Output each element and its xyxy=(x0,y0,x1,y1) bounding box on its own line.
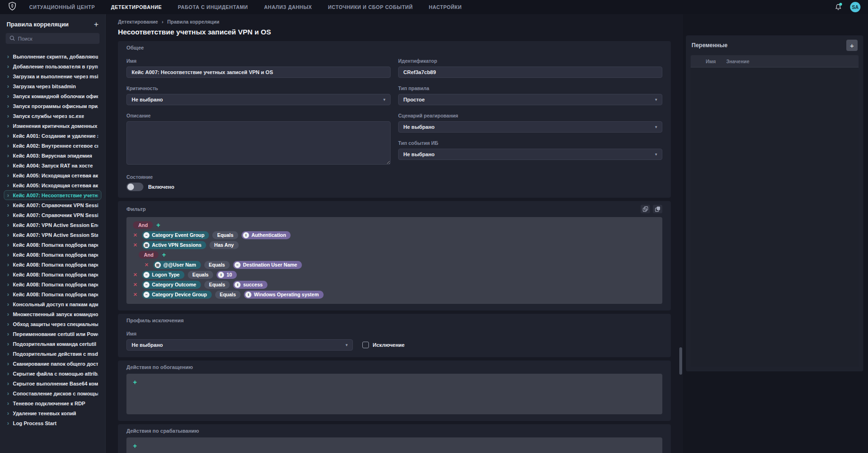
value-chip[interactable]: IAuthentication xyxy=(242,231,291,239)
rule-list-item[interactable]: › Кейс A003: Вирусная эпидемия xyxy=(4,151,101,160)
rule-list-item[interactable]: › Переименование certutil или PowerShell xyxy=(4,329,101,339)
rule-list-item[interactable]: › Запуск службы через sc.exe xyxy=(4,111,101,121)
remove-condition-icon[interactable]: ✕ xyxy=(133,292,139,298)
breadcrumb-item[interactable]: Правила корреляции xyxy=(167,19,219,25)
add-condition-icon[interactable]: + xyxy=(162,252,166,258)
field-chip[interactable]: −Category Outcome xyxy=(142,281,201,289)
rule-list-item[interactable]: › Консольный доступ к папкам администр… xyxy=(4,299,101,309)
chevron-right-icon[interactable]: › xyxy=(7,172,9,178)
rule-list-item[interactable]: › Кейс A007: VPN Active Session End xyxy=(4,220,101,230)
search-input[interactable] xyxy=(18,36,96,42)
remove-condition-icon[interactable]: ✕ xyxy=(133,232,139,238)
chevron-right-icon[interactable]: › xyxy=(7,370,9,377)
rule-list-item[interactable]: › Кейс A007: Несоответствие учетных зап… xyxy=(4,190,101,200)
rule-list-item[interactable]: › Кейс A008: Попытка подбора пароля Сц… xyxy=(4,289,101,299)
rule-list-item[interactable]: › Множественный запуск командной обол… xyxy=(4,309,101,319)
rule-list-item[interactable]: › Подозрительная команда certutil xyxy=(4,339,101,349)
breadcrumb-item[interactable]: Детектирование xyxy=(118,19,158,25)
chevron-right-icon[interactable]: › xyxy=(7,133,9,139)
state-toggle[interactable] xyxy=(126,183,143,191)
rules-search[interactable] xyxy=(6,33,100,44)
chevron-right-icon[interactable]: › xyxy=(7,271,9,277)
exclusion-profile-select[interactable]: Не выбрано ▾ xyxy=(126,339,353,351)
chevron-right-icon[interactable]: › xyxy=(7,291,9,297)
rule-list-item[interactable]: › Сопоставление дисков с помощью WebD… xyxy=(4,388,101,398)
user-avatar[interactable]: SA xyxy=(850,2,860,12)
add-enrichment-action-icon[interactable]: + xyxy=(133,378,137,386)
group-operator-pill[interactable]: And xyxy=(139,251,159,259)
rule-list-item[interactable]: › Кейс A008: Попытка подбора пароля Сц… xyxy=(4,279,101,289)
chevron-right-icon[interactable]: › xyxy=(7,380,9,386)
add-condition-icon[interactable]: + xyxy=(156,222,160,228)
add-trigger-action-icon[interactable]: + xyxy=(133,442,137,450)
rule-list-item[interactable]: › Кейс A002: Внутреннее сетевое сканиро… xyxy=(4,141,101,151)
chevron-right-icon[interactable]: › xyxy=(7,212,9,218)
field-chip[interactable]: −Category Device Group xyxy=(142,291,212,299)
chevron-right-icon[interactable]: › xyxy=(7,192,9,198)
rule-list-item[interactable]: › Подозрительные действия с msdt xyxy=(4,349,101,359)
description-textarea[interactable] xyxy=(126,121,391,165)
chevron-right-icon[interactable]: › xyxy=(7,252,9,258)
nav-item[interactable]: АНАЛИЗ ДАННЫХ xyxy=(264,4,312,10)
rule-list-item[interactable]: › Кейс A004: Запуск RAT на хосте xyxy=(4,160,101,170)
chevron-right-icon[interactable]: › xyxy=(7,202,9,208)
remove-condition-icon[interactable]: ✕ xyxy=(133,282,139,288)
chevron-right-icon[interactable]: › xyxy=(7,321,9,327)
chevron-right-icon[interactable]: › xyxy=(7,143,9,149)
chevron-right-icon[interactable]: › xyxy=(7,73,9,79)
rule-list-item[interactable]: › Загрузка через bitsadmin xyxy=(4,81,101,91)
rule-list-item[interactable]: › Скрытие файла с помощью attrib.exe xyxy=(4,369,101,378)
identifier-input[interactable] xyxy=(398,67,662,78)
chevron-right-icon[interactable]: › xyxy=(7,232,9,238)
rule-list-item[interactable]: › Добавление пользователя в группу лока… xyxy=(4,61,101,71)
rule-list-item[interactable]: › Запуск командной оболочки офисным пр… xyxy=(4,91,101,101)
rule-type-select[interactable]: Простое ▾ xyxy=(398,94,662,105)
chevron-right-icon[interactable]: › xyxy=(7,113,9,119)
scenario-select[interactable]: Не выбрано ▾ xyxy=(398,121,662,133)
chevron-right-icon[interactable]: › xyxy=(7,341,9,347)
value-chip[interactable]: I10 xyxy=(217,271,237,279)
field-chip[interactable]: ▦@@User Nam xyxy=(153,261,201,269)
chevron-right-icon[interactable]: › xyxy=(7,222,9,228)
value-chip[interactable]: −Destination User Name xyxy=(233,261,302,269)
name-input[interactable] xyxy=(126,67,391,78)
operator-chip[interactable]: Equals xyxy=(212,231,238,239)
rule-list-item[interactable]: › Скрытое выполнение Base64 команды xyxy=(4,378,101,388)
rule-list-item[interactable]: › Кейс A007: Справочник VPN Session Star… xyxy=(4,210,101,220)
operator-chip[interactable]: Has Any xyxy=(209,241,239,249)
app-logo[interactable] xyxy=(8,2,17,12)
chevron-right-icon[interactable]: › xyxy=(7,162,9,168)
chevron-right-icon[interactable]: › xyxy=(7,123,9,129)
rule-list-item[interactable]: › Кейс A008: Попытка подбора пароля Сц… xyxy=(4,269,101,279)
field-chip[interactable]: −Logon Type xyxy=(142,271,184,279)
rule-list-item[interactable]: › Запуск программы офисным приложением xyxy=(4,101,101,111)
chevron-right-icon[interactable]: › xyxy=(7,420,9,426)
paste-filter-icon[interactable] xyxy=(653,205,662,213)
chevron-right-icon[interactable]: › xyxy=(7,311,9,317)
chevron-right-icon[interactable]: › xyxy=(7,83,9,89)
rule-list-item[interactable]: › Кейс A007: VPN Active Session Start xyxy=(4,230,101,240)
operator-chip[interactable]: Equals xyxy=(204,281,230,289)
rule-list-item[interactable]: › Кейс A005: Исходящая сетевая активнос… xyxy=(4,170,101,180)
chevron-right-icon[interactable]: › xyxy=(7,182,9,188)
chevron-right-icon[interactable]: › xyxy=(7,63,9,69)
rule-list-item[interactable]: › Кейс A008: Попытка подбора пароля Сц… xyxy=(4,260,101,269)
chevron-right-icon[interactable]: › xyxy=(7,281,9,287)
chevron-right-icon[interactable]: › xyxy=(7,242,9,248)
exclusion-checkbox[interactable]: Исключение xyxy=(362,342,405,348)
rule-list-item[interactable]: › Кейс A005: Исходящая сетевая активнос… xyxy=(4,180,101,190)
group-operator-pill[interactable]: And xyxy=(133,221,153,229)
rule-list-item[interactable]: › Кейс A008: Попытка подбора пароля Сц… xyxy=(4,250,101,260)
value-chip[interactable]: Isuccess xyxy=(233,281,267,289)
rule-list-item[interactable]: › Log Process Start xyxy=(4,418,101,428)
rule-list-item[interactable]: › Выполнение скрипта, добавляющего зад… xyxy=(4,51,101,61)
chevron-right-icon[interactable]: › xyxy=(7,410,9,416)
operator-chip[interactable]: Equals xyxy=(215,291,241,299)
value-chip[interactable]: IWindows Operating system xyxy=(244,291,324,299)
rule-list-item[interactable]: › Обход защиты через специальные возмо… xyxy=(4,319,101,329)
rule-list-item[interactable]: › Загрузка и выполнение через msiexec xyxy=(4,71,101,81)
remove-condition-icon[interactable]: ✕ xyxy=(133,272,139,278)
field-chip[interactable]: ▦Active VPN Sessions xyxy=(142,241,206,249)
rule-list-item[interactable]: › Изменения критичных доменных групп xyxy=(4,121,101,131)
rule-list-item[interactable]: › Теневое подключение к RDP xyxy=(4,398,101,408)
